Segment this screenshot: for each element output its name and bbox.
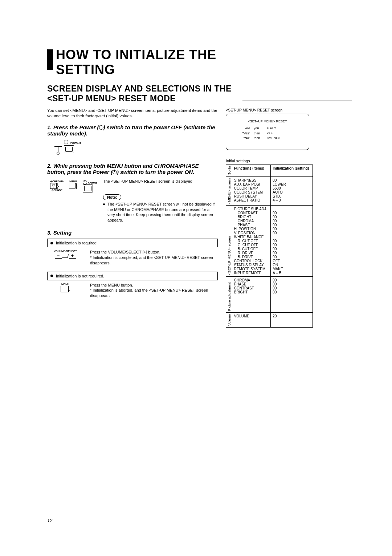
- group-volume: Volume: [226, 313, 232, 328]
- th-functions: Functions (Items): [232, 165, 271, 176]
- menu-label: MENU: [47, 283, 83, 286]
- init-not-required-text2: * Initialization is aborted, and the <SE…: [90, 288, 218, 299]
- g3-items: CHROMA PHASE CONTRAST BRIGHT: [232, 277, 271, 313]
- menu-button-diagram: MENU ▸: [47, 283, 83, 292]
- volume-select-label: VOLUME/SELECT: [47, 249, 83, 253]
- init-not-required-label: Initialization is not required.: [56, 274, 104, 278]
- note-label: Note:: [103, 194, 121, 200]
- power-icon: [64, 140, 68, 144]
- step1-diagram: POWER: [54, 139, 218, 155]
- g2-vals: 00 00 00 00 00 00 00 00 00 00 00 OFF ON …: [271, 206, 313, 277]
- title-line2: SETTING: [56, 62, 216, 77]
- step3-heading: 3. Setting: [47, 230, 218, 236]
- g1-vals: 00 LOWER 6500 AUTO STD. 4 – 3: [271, 177, 313, 206]
- screen-word: <+>: [267, 131, 273, 136]
- g1-items: SHARPNESS ADJ. BAR POSI COLOR TEMP COLOR…: [232, 177, 271, 206]
- group-setup-menu-screen: <SET-UP MENU> screen: [226, 206, 232, 277]
- reset-screen-caption: <SET-UP MENU> RESET screen: [226, 108, 317, 112]
- init-required-text2: * Initialization is completed, and the <…: [90, 255, 218, 266]
- step1-heading: 1. Press the Power () switch to turn the…: [47, 124, 218, 137]
- step2-sub: The <SET-UP MENU> RESET screen is displa…: [103, 179, 218, 184]
- power-icon: [99, 125, 103, 130]
- page-number: 12: [47, 518, 52, 523]
- bullet-icon: [50, 242, 53, 244]
- screen-word: sure ?: [267, 126, 276, 131]
- subtitle-rule: [242, 101, 352, 101]
- screen-word: then: [254, 136, 263, 141]
- g4-vals: 20: [271, 313, 313, 328]
- section-title: HOW TO INITIALIZE THE SETTING: [47, 47, 352, 77]
- screen-word: <MENU>: [267, 136, 280, 141]
- bullet-icon: [50, 275, 53, 277]
- power-label: POWER: [87, 182, 97, 184]
- init-required-box: Initialization is required.: [47, 239, 218, 247]
- screen-word: then: [254, 131, 263, 136]
- power-icon: [113, 170, 117, 174]
- reset-screen-preview: <SET–UP MENU> RESET Areyousure ? "Yes"th…: [226, 114, 309, 150]
- power-icon: [83, 180, 87, 184]
- g2-items: PICTURE SUB ADJ. CONTRAST BRIGHT CHROMA …: [232, 206, 271, 277]
- th-sorts: Sorts: [226, 165, 232, 176]
- tv-icon: [64, 145, 74, 153]
- power-label: POWER: [70, 141, 81, 145]
- title-line1: HOW TO INITIALIZE THE: [56, 47, 216, 62]
- note-body: The <SET-UP MENU> RESET screen will not …: [103, 202, 218, 223]
- tv-icon: [83, 184, 93, 192]
- subtitle-line1: SCREEN DISPLAY AND SELECTIONS IN THE: [47, 84, 232, 94]
- group-picture-adj: Picture adjustment: [226, 277, 232, 313]
- init-not-required-text1: Press the MENU button.: [90, 283, 218, 288]
- screen-word: "No": [239, 136, 250, 141]
- screen-word: Are: [239, 126, 250, 131]
- th-init: Initialization (setting): [271, 165, 313, 176]
- subtitle-line2: <SET-UP MENU> RESET MODE: [47, 94, 232, 104]
- g4-items: VOLUME: [232, 313, 271, 328]
- group-menu-screen: <MENU> screen: [226, 177, 232, 206]
- intro-text: You can set <MENU> and <SET-UP MENU> scr…: [47, 108, 218, 119]
- init-required-text1: Press the VOLUME/SELECT [+] button.: [90, 249, 218, 255]
- g3-vals: 00 00 00 00: [271, 277, 313, 313]
- reset-screen-heading: <SET–UP MENU> RESET: [233, 119, 302, 124]
- init-not-required-box: Initialization is not required.: [47, 272, 218, 280]
- initial-settings-title: Initial settings: [226, 159, 317, 163]
- volume-select-diagram: VOLUME/SELECT − +: [47, 249, 83, 259]
- title-marker: [47, 49, 53, 70]
- screen-word: you: [254, 126, 263, 131]
- screen-word: "Yes": [239, 131, 250, 136]
- step2-diagram: ⊕CHROMA ▽} ⊖PHASE MENU } POWER: [50, 179, 97, 194]
- step2-heading: 2. While pressing both MENU button and C…: [47, 163, 218, 175]
- initial-settings-table: Sorts Functions (Items) Initialization (…: [226, 165, 313, 328]
- phase-label: PHASE: [54, 189, 62, 191]
- init-required-label: Initialization is required.: [56, 241, 98, 245]
